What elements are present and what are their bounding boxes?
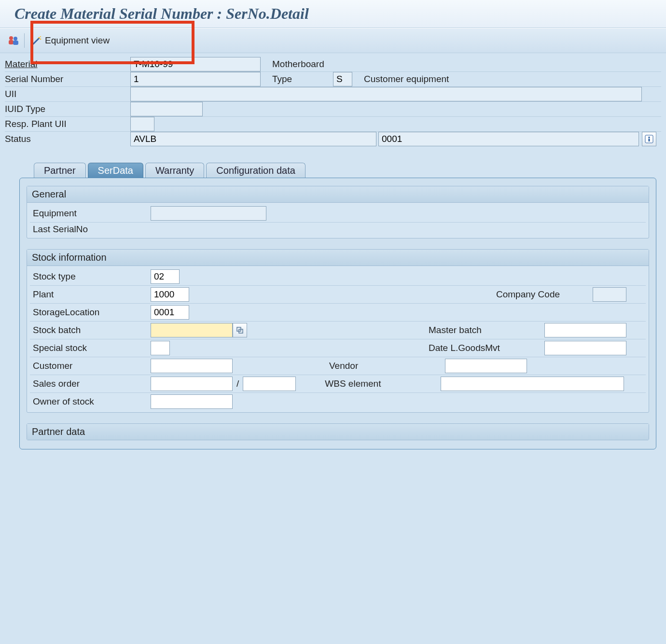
material-input[interactable] bbox=[130, 57, 261, 71]
stock-type-label: Stock type bbox=[30, 271, 151, 282]
stock-batch-label: Stock batch bbox=[30, 325, 151, 336]
stock-type-input[interactable] bbox=[151, 269, 180, 284]
special-stock-label: Special stock bbox=[30, 343, 151, 353]
wbs-element-input[interactable] bbox=[441, 377, 624, 391]
date-goodsmvt-label: Date L.GoodsMvt bbox=[429, 343, 544, 353]
header-area: Material Motherboard Serial Number Type … bbox=[0, 53, 666, 148]
wbs-element-label: WBS element bbox=[325, 378, 441, 389]
customer-input[interactable] bbox=[151, 359, 233, 373]
svg-line-4 bbox=[33, 38, 39, 44]
svg-point-5 bbox=[38, 37, 40, 38]
master-batch-input[interactable] bbox=[544, 323, 626, 337]
type-description: Customer equipment bbox=[352, 74, 449, 84]
svg-point-7 bbox=[40, 36, 41, 37]
sales-order-separator: / bbox=[233, 378, 243, 389]
storage-location-input[interactable] bbox=[151, 305, 189, 320]
svg-rect-3 bbox=[13, 41, 18, 45]
owner-of-stock-input[interactable] bbox=[151, 394, 233, 409]
stock-batch-matchcode-button[interactable] bbox=[233, 323, 247, 337]
svg-point-2 bbox=[14, 37, 17, 41]
stock-information-title: Stock information bbox=[27, 250, 649, 266]
partner-data-title: Partner data bbox=[27, 424, 649, 440]
wand-icon bbox=[31, 35, 42, 46]
status-label: Status bbox=[5, 132, 130, 146]
tab-partner[interactable]: Partner bbox=[34, 163, 86, 178]
customer-label: Customer bbox=[30, 361, 151, 371]
uii-input[interactable] bbox=[130, 87, 642, 101]
status-code-input[interactable] bbox=[378, 132, 639, 146]
equipment-view-button[interactable]: Equipment view bbox=[27, 33, 114, 48]
owner-of-stock-label: Owner of stock bbox=[30, 396, 151, 407]
tab-warranty[interactable]: Warranty bbox=[145, 163, 204, 178]
plant-input[interactable] bbox=[151, 287, 189, 302]
plant-label: Plant bbox=[30, 289, 151, 300]
svg-point-6 bbox=[40, 39, 42, 40]
application-toolbar: Equipment view bbox=[0, 28, 666, 53]
company-code-label: Company Code bbox=[496, 289, 593, 300]
sales-order-item-input[interactable] bbox=[243, 377, 296, 391]
iuid-type-label: IUID Type bbox=[5, 102, 130, 116]
type-input[interactable] bbox=[333, 72, 352, 86]
special-stock-input[interactable] bbox=[151, 341, 170, 355]
equipment-label: Equipment bbox=[30, 208, 151, 219]
tab-strip: Partner SerData Warranty Configuration d… bbox=[0, 148, 666, 178]
iuid-type-input[interactable] bbox=[130, 102, 203, 116]
tab-serdata[interactable]: SerData bbox=[88, 163, 143, 178]
company-code-input[interactable] bbox=[593, 287, 626, 302]
sales-order-input[interactable] bbox=[151, 377, 233, 391]
serial-number-input[interactable] bbox=[130, 72, 261, 86]
svg-rect-9 bbox=[649, 137, 650, 138]
master-batch-label: Master batch bbox=[429, 325, 544, 336]
equipment-view-label: Equipment view bbox=[45, 35, 110, 46]
stock-batch-input[interactable] bbox=[151, 323, 233, 337]
general-group: General Equipment Last SerialNo bbox=[27, 186, 649, 238]
vendor-label: Vendor bbox=[329, 361, 445, 371]
svg-point-0 bbox=[9, 36, 13, 40]
page-title: Create Material Serial Number : SerNo.De… bbox=[0, 0, 666, 28]
equipment-input[interactable] bbox=[151, 206, 266, 221]
vendor-input[interactable] bbox=[445, 359, 527, 373]
status-input[interactable] bbox=[130, 132, 376, 146]
storage-location-label: StorageLocation bbox=[30, 307, 151, 318]
date-goodsmvt-input[interactable] bbox=[544, 341, 626, 355]
partner-data-group: Partner data bbox=[27, 423, 649, 440]
status-info-button[interactable] bbox=[642, 132, 656, 146]
serial-number-label: Serial Number bbox=[5, 72, 130, 86]
material-label: Material bbox=[5, 57, 130, 71]
svg-rect-1 bbox=[9, 40, 14, 44]
resp-plant-uii-label: Resp. Plant UII bbox=[5, 117, 130, 131]
serdata-panel: General Equipment Last SerialNo Stock in… bbox=[19, 178, 656, 449]
stock-information-group: Stock information Stock type Plant Compa… bbox=[27, 249, 649, 413]
resp-plant-uii-input[interactable] bbox=[130, 117, 154, 131]
partners-icon[interactable] bbox=[7, 34, 20, 47]
svg-rect-10 bbox=[649, 139, 650, 141]
last-serialno-label: Last SerialNo bbox=[30, 224, 151, 235]
tab-configuration-data[interactable]: Configuration data bbox=[206, 163, 305, 178]
material-description: Motherboard bbox=[261, 59, 386, 70]
uii-label: UII bbox=[5, 87, 130, 101]
info-icon bbox=[645, 135, 653, 143]
general-title: General bbox=[27, 186, 649, 203]
type-label: Type bbox=[261, 74, 333, 84]
search-help-icon bbox=[236, 326, 244, 334]
sales-order-label: Sales order bbox=[30, 378, 151, 389]
toolbar-separator bbox=[24, 33, 25, 48]
